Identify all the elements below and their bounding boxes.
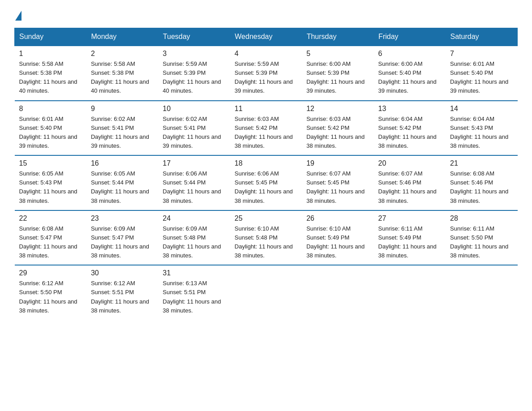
calendar-cell: 28Sunrise: 6:11 AMSunset: 5:50 PMDayligh… <box>446 210 517 265</box>
day-info: Sunrise: 6:02 AMSunset: 5:41 PMDaylight:… <box>163 115 226 151</box>
day-info: Sunrise: 6:07 AMSunset: 5:46 PMDaylight:… <box>378 169 442 206</box>
calendar-cell: 18Sunrise: 6:06 AMSunset: 5:45 PMDayligh… <box>230 155 302 210</box>
day-number: 27 <box>378 214 442 223</box>
day-number: 22 <box>19 214 83 223</box>
day-number: 21 <box>450 159 514 167</box>
calendar-table: SundayMondayTuesdayWednesdayThursdayFrid… <box>14 28 518 320</box>
calendar-cell: 27Sunrise: 6:11 AMSunset: 5:49 PMDayligh… <box>374 210 446 265</box>
day-info: Sunrise: 6:09 AMSunset: 5:48 PMDaylight:… <box>163 224 226 261</box>
weekday-header-tuesday: Tuesday <box>158 28 230 46</box>
logo-triangle-icon <box>15 11 21 21</box>
calendar-cell: 14Sunrise: 6:04 AMSunset: 5:43 PMDayligh… <box>446 101 517 156</box>
calendar-cell: 16Sunrise: 6:05 AMSunset: 5:44 PMDayligh… <box>86 155 158 210</box>
weekday-header-wednesday: Wednesday <box>230 28 302 46</box>
page-header <box>14 11 518 20</box>
day-info: Sunrise: 6:10 AMSunset: 5:49 PMDaylight:… <box>306 224 370 261</box>
day-info: Sunrise: 6:13 AMSunset: 5:51 PMDaylight:… <box>163 279 226 315</box>
calendar-cell: 24Sunrise: 6:09 AMSunset: 5:48 PMDayligh… <box>158 210 230 265</box>
day-number: 28 <box>450 214 514 223</box>
day-number: 15 <box>19 159 83 167</box>
calendar-cell: 6Sunrise: 6:00 AMSunset: 5:40 PMDaylight… <box>374 46 446 101</box>
calendar-cell: 11Sunrise: 6:03 AMSunset: 5:42 PMDayligh… <box>230 101 302 156</box>
day-number: 1 <box>19 50 83 58</box>
day-number: 5 <box>306 50 370 58</box>
day-info: Sunrise: 5:59 AMSunset: 5:39 PMDaylight:… <box>163 60 226 96</box>
day-number: 19 <box>306 159 370 167</box>
weekday-header-thursday: Thursday <box>302 28 373 46</box>
calendar-cell: 30Sunrise: 6:12 AMSunset: 5:51 PMDayligh… <box>86 265 158 320</box>
day-number: 12 <box>306 105 370 113</box>
calendar-cell: 2Sunrise: 5:58 AMSunset: 5:38 PMDaylight… <box>86 46 158 101</box>
day-info: Sunrise: 5:58 AMSunset: 5:38 PMDaylight:… <box>19 60 83 96</box>
day-number: 9 <box>91 105 154 113</box>
calendar-cell: 4Sunrise: 5:59 AMSunset: 5:39 PMDaylight… <box>230 46 302 101</box>
day-number: 8 <box>19 105 83 113</box>
calendar-cell <box>230 265 302 320</box>
logo <box>14 11 21 20</box>
calendar-cell: 3Sunrise: 5:59 AMSunset: 5:39 PMDaylight… <box>158 46 230 101</box>
day-info: Sunrise: 6:03 AMSunset: 5:42 PMDaylight:… <box>306 115 370 151</box>
calendar-cell: 17Sunrise: 6:06 AMSunset: 5:44 PMDayligh… <box>158 155 230 210</box>
weekday-header-saturday: Saturday <box>446 28 517 46</box>
day-info: Sunrise: 6:01 AMSunset: 5:40 PMDaylight:… <box>450 60 514 96</box>
day-number: 29 <box>19 269 83 277</box>
calendar-cell: 1Sunrise: 5:58 AMSunset: 5:38 PMDaylight… <box>15 46 86 101</box>
day-number: 2 <box>91 50 154 58</box>
calendar-cell <box>374 265 446 320</box>
calendar-cell: 21Sunrise: 6:08 AMSunset: 5:46 PMDayligh… <box>446 155 517 210</box>
calendar-week-row: 22Sunrise: 6:08 AMSunset: 5:47 PMDayligh… <box>15 210 518 265</box>
day-info: Sunrise: 6:00 AMSunset: 5:39 PMDaylight:… <box>306 60 370 96</box>
day-info: Sunrise: 6:03 AMSunset: 5:42 PMDaylight:… <box>235 115 298 151</box>
day-info: Sunrise: 6:01 AMSunset: 5:40 PMDaylight:… <box>19 115 83 151</box>
day-number: 6 <box>378 50 442 58</box>
weekday-header-monday: Monday <box>86 28 158 46</box>
day-info: Sunrise: 5:59 AMSunset: 5:39 PMDaylight:… <box>235 60 298 96</box>
day-number: 25 <box>235 214 298 223</box>
calendar-week-row: 8Sunrise: 6:01 AMSunset: 5:40 PMDaylight… <box>15 101 518 156</box>
calendar-week-row: 1Sunrise: 5:58 AMSunset: 5:38 PMDaylight… <box>15 46 518 101</box>
calendar-week-row: 29Sunrise: 6:12 AMSunset: 5:50 PMDayligh… <box>15 265 518 320</box>
day-number: 10 <box>163 105 226 113</box>
day-info: Sunrise: 6:07 AMSunset: 5:45 PMDaylight:… <box>306 169 370 206</box>
day-info: Sunrise: 6:04 AMSunset: 5:43 PMDaylight:… <box>450 115 514 151</box>
calendar-cell: 7Sunrise: 6:01 AMSunset: 5:40 PMDaylight… <box>446 46 517 101</box>
calendar-cell: 22Sunrise: 6:08 AMSunset: 5:47 PMDayligh… <box>15 210 86 265</box>
day-info: Sunrise: 6:11 AMSunset: 5:49 PMDaylight:… <box>378 224 442 261</box>
calendar-cell: 23Sunrise: 6:09 AMSunset: 5:47 PMDayligh… <box>86 210 158 265</box>
day-number: 24 <box>163 214 226 223</box>
day-number: 16 <box>91 159 154 167</box>
calendar-cell: 5Sunrise: 6:00 AMSunset: 5:39 PMDaylight… <box>302 46 373 101</box>
day-info: Sunrise: 6:05 AMSunset: 5:44 PMDaylight:… <box>91 169 154 206</box>
day-info: Sunrise: 6:00 AMSunset: 5:40 PMDaylight:… <box>378 60 442 96</box>
day-number: 18 <box>235 159 298 167</box>
day-info: Sunrise: 6:08 AMSunset: 5:46 PMDaylight:… <box>450 169 514 206</box>
day-number: 17 <box>163 159 226 167</box>
day-number: 3 <box>163 50 226 58</box>
day-info: Sunrise: 6:12 AMSunset: 5:50 PMDaylight:… <box>19 279 83 315</box>
day-number: 23 <box>91 214 154 223</box>
calendar-cell: 29Sunrise: 6:12 AMSunset: 5:50 PMDayligh… <box>15 265 86 320</box>
calendar-cell: 10Sunrise: 6:02 AMSunset: 5:41 PMDayligh… <box>158 101 230 156</box>
calendar-week-row: 15Sunrise: 6:05 AMSunset: 5:43 PMDayligh… <box>15 155 518 210</box>
calendar-cell: 26Sunrise: 6:10 AMSunset: 5:49 PMDayligh… <box>302 210 373 265</box>
day-info: Sunrise: 6:06 AMSunset: 5:44 PMDaylight:… <box>163 169 226 206</box>
day-number: 11 <box>235 105 298 113</box>
day-info: Sunrise: 6:02 AMSunset: 5:41 PMDaylight:… <box>91 115 154 151</box>
day-info: Sunrise: 6:04 AMSunset: 5:42 PMDaylight:… <box>378 115 442 151</box>
day-info: Sunrise: 5:58 AMSunset: 5:38 PMDaylight:… <box>91 60 154 96</box>
calendar-cell: 31Sunrise: 6:13 AMSunset: 5:51 PMDayligh… <box>158 265 230 320</box>
calendar-cell: 15Sunrise: 6:05 AMSunset: 5:43 PMDayligh… <box>15 155 86 210</box>
day-info: Sunrise: 6:09 AMSunset: 5:47 PMDaylight:… <box>91 224 154 261</box>
day-info: Sunrise: 6:05 AMSunset: 5:43 PMDaylight:… <box>19 169 83 206</box>
day-info: Sunrise: 6:10 AMSunset: 5:48 PMDaylight:… <box>235 224 298 261</box>
calendar-cell: 19Sunrise: 6:07 AMSunset: 5:45 PMDayligh… <box>302 155 373 210</box>
calendar-cell <box>446 265 517 320</box>
weekday-header-row: SundayMondayTuesdayWednesdayThursdayFrid… <box>15 28 518 46</box>
weekday-header-sunday: Sunday <box>15 28 86 46</box>
day-info: Sunrise: 6:12 AMSunset: 5:51 PMDaylight:… <box>91 279 154 315</box>
calendar-cell: 8Sunrise: 6:01 AMSunset: 5:40 PMDaylight… <box>15 101 86 156</box>
calendar-cell: 9Sunrise: 6:02 AMSunset: 5:41 PMDaylight… <box>86 101 158 156</box>
calendar-cell: 20Sunrise: 6:07 AMSunset: 5:46 PMDayligh… <box>374 155 446 210</box>
day-number: 26 <box>306 214 370 223</box>
day-number: 30 <box>91 269 154 277</box>
